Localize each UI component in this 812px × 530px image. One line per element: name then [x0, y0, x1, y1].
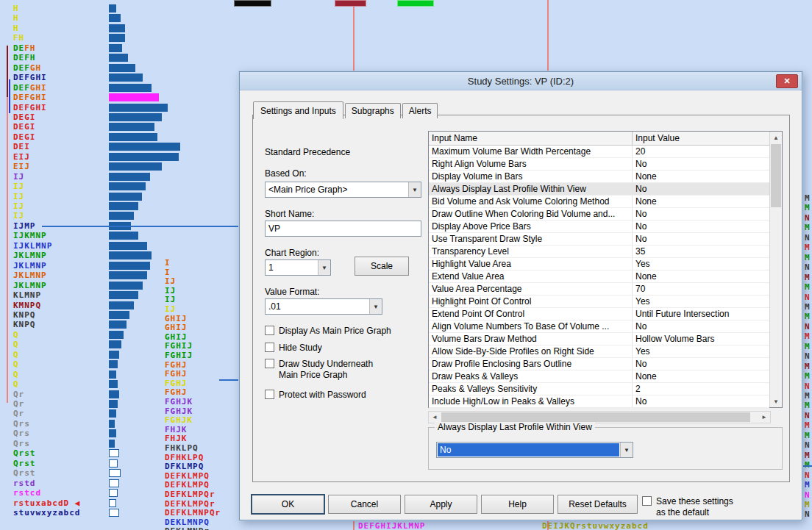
short-name-label: Short Name: — [265, 209, 314, 219]
toolbar-button[interactable] — [397, 0, 434, 7]
checkbox-label: Hide Study — [279, 343, 322, 354]
checkbox-display-as-main-price-graph[interactable]: Display As Main Price Graph — [265, 326, 391, 337]
input-name-column-header[interactable]: Input Name — [429, 132, 633, 145]
table-row[interactable]: Use Transparent Draw StyleNo — [429, 233, 769, 246]
checkbox-hide-study[interactable]: Hide Study — [265, 343, 322, 354]
table-row[interactable]: Always Display Last Profile Within ViewN… — [429, 183, 769, 196]
table-row[interactable]: Draw Profile Enclosing Bars OutlineNo — [429, 358, 769, 370]
tpo-row: N — [805, 263, 811, 271]
table-row[interactable]: Allow Side-By-Side Profiles on Right Sid… — [429, 345, 769, 358]
table-row[interactable]: Display Above Price BarsNo — [429, 221, 769, 233]
tpo-letters: KMNPQ — [13, 301, 41, 310]
input-value-cell: No — [633, 320, 769, 332]
table-row[interactable]: Right Align Volume BarsNo — [429, 158, 769, 171]
volume-bar — [109, 489, 118, 497]
selected-input-value-combo[interactable]: No ▼ — [436, 442, 633, 458]
tpo-letters: M — [805, 391, 811, 401]
apply-button[interactable]: Apply — [405, 495, 477, 514]
tpo-letters: IJ — [13, 211, 24, 221]
tpo-letters: DEFKLMPQr — [165, 490, 216, 499]
input-value-column-header[interactable]: Input Value — [633, 132, 769, 145]
tab-settings-and-inputs[interactable]: Settings and Inputs — [253, 101, 343, 119]
table-row[interactable]: Highlight Value AreaYes — [429, 258, 769, 271]
table-row[interactable]: Extend Value AreaNone — [429, 271, 769, 283]
scroll-left-icon[interactable]: ◄ — [429, 412, 441, 423]
volume-bar — [109, 420, 115, 428]
scale-button[interactable]: Scale — [355, 257, 409, 276]
dialog-titlebar[interactable]: Study Settings: VP (ID:2) ✕ — [240, 72, 802, 90]
table-row[interactable]: Value Area Percentage70 — [429, 283, 769, 296]
chevron-down-icon[interactable]: ▼ — [620, 443, 633, 457]
tpo-letters: M — [805, 431, 811, 440]
vertical-scrollbar[interactable]: ▲ ▼ — [769, 132, 782, 407]
reset-defaults-button[interactable]: Reset Defaults — [558, 495, 638, 514]
table-row[interactable]: Align Volume Numbers To Base Of Volume .… — [429, 320, 769, 333]
save-as-default-checkbox[interactable]: Save these settings as the default — [642, 496, 733, 518]
table-row[interactable]: Display Volume in BarsNone — [429, 171, 769, 183]
toolbar-button[interactable] — [335, 0, 366, 7]
chevron-down-icon[interactable]: ▼ — [408, 182, 421, 197]
based-on-value: <Main Price Graph> — [266, 182, 408, 197]
checkbox-draw-study-underneath-main-price-graph[interactable]: Draw Study Underneath Main Price Graph — [265, 359, 373, 381]
short-name-input[interactable]: VP — [265, 221, 421, 237]
based-on-combo[interactable]: <Main Price Graph> ▼ — [265, 182, 421, 198]
table-row[interactable]: Extend Point Of ControlUntil Future Inte… — [429, 308, 769, 320]
toolbar-button[interactable] — [234, 0, 271, 7]
tpo-row: Qrs — [13, 440, 30, 448]
table-row[interactable]: Transparency Level35 — [429, 246, 769, 258]
chevron-down-icon[interactable]: ▼ — [369, 299, 382, 314]
ok-button[interactable]: OK — [252, 495, 324, 514]
value-format-label: Value Format: — [265, 287, 319, 297]
close-button[interactable]: ✕ — [776, 74, 798, 88]
tpo-letters: N — [805, 382, 811, 391]
checkbox-protect-with-password[interactable]: Protect with Password — [265, 390, 366, 401]
table-row[interactable]: Include High/Low in Peaks & ValleysNo — [429, 395, 769, 408]
tpo-row: rstuxabcdD ◀ — [13, 499, 80, 507]
value-format-combo[interactable]: .01 ▼ — [265, 298, 382, 315]
table-row[interactable]: Highlight Point Of ControlYes — [429, 296, 769, 308]
tpo-letters: IJ — [165, 286, 176, 296]
tpo-row: H — [13, 4, 19, 12]
scroll-right-icon[interactable]: ► — [758, 412, 770, 423]
tpo-letters: stuvwxyzabcd — [13, 508, 80, 518]
tpo-letters: JKLMNP — [13, 261, 47, 271]
input-name-cell: Volume Bars Draw Method — [429, 333, 633, 345]
table-row[interactable]: Maximum Volume Bar Width Percentage20 — [429, 146, 769, 158]
tpo-row: M — [805, 273, 811, 282]
tpo-letters: GHI — [30, 83, 47, 93]
tpo-letters: GH — [30, 63, 41, 73]
horizontal-scroll-thumb[interactable] — [441, 412, 750, 422]
tpo-row: Qrs — [13, 429, 30, 437]
input-value-cell: No — [633, 395, 769, 407]
table-row[interactable]: Volume Bars Draw MethodHollow Volume Bar… — [429, 333, 769, 345]
tpo-row: Q — [13, 370, 19, 379]
cancel-button[interactable]: Cancel — [328, 495, 401, 514]
tpo-row: EIJ — [13, 153, 30, 161]
tpo-row: IJ — [165, 296, 176, 304]
tpo-row: DFHKLPQ — [165, 454, 204, 462]
tpo-letters: Qr — [13, 409, 24, 418]
tab-alerts[interactable]: Alerts — [402, 103, 438, 118]
vertical-scroll-thumb[interactable] — [771, 144, 781, 207]
tpo-letters: Qrst — [13, 448, 36, 458]
table-row[interactable]: Peaks & Valleys Sensitivity2 — [429, 383, 769, 395]
input-value-cell: Yes — [633, 345, 769, 357]
table-row[interactable]: Draw Outline When Coloring Bid Volume an… — [429, 208, 769, 221]
tpo-letters: DEGI — [13, 112, 36, 122]
tpo-letters: N — [805, 293, 811, 302]
tpo-letters: FGHJK — [165, 397, 193, 407]
table-row[interactable]: Draw Peaks & ValleysNone — [429, 370, 769, 383]
help-button[interactable]: Help — [481, 495, 554, 514]
volume-bar — [109, 232, 138, 240]
chart-region-combo[interactable]: 1 ▼ — [265, 259, 331, 276]
chevron-down-icon[interactable]: ▼ — [318, 260, 330, 275]
scroll-down-icon[interactable]: ▼ — [770, 395, 782, 407]
scroll-up-icon[interactable]: ▲ — [770, 132, 782, 143]
input-name-cell: Peaks & Valleys Sensitivity — [429, 383, 633, 395]
tpo-letters: DEGI — [13, 132, 36, 142]
tpo-letters: DEGI — [13, 122, 36, 132]
tpo-letters: DEFGHI — [13, 93, 47, 102]
tpo-letters: Qr — [13, 399, 24, 409]
tab-subgraphs[interactable]: Subgraphs — [345, 103, 401, 118]
table-row[interactable]: Bid Volume and Ask Volume Coloring Metho… — [429, 196, 769, 208]
